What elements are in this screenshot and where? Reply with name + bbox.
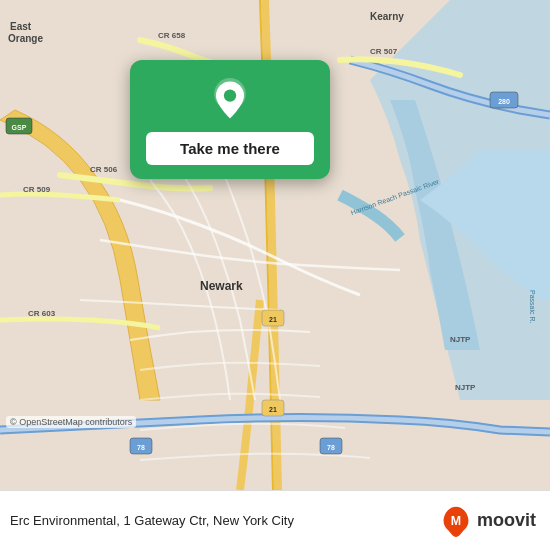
popup-card: Take me there [130, 60, 330, 179]
svg-text:78: 78 [137, 444, 145, 451]
svg-text:21: 21 [269, 406, 277, 413]
svg-text:CR 509: CR 509 [23, 185, 51, 194]
svg-text:78: 78 [327, 444, 335, 451]
svg-text:21: 21 [269, 316, 277, 323]
svg-text:CR 603: CR 603 [28, 309, 56, 318]
moovit-logo-icon: M [440, 505, 472, 537]
svg-text:NJTP: NJTP [455, 383, 476, 392]
svg-text:Orange: Orange [8, 33, 43, 44]
svg-text:NJTP: NJTP [450, 335, 471, 344]
map-container: 21 21 21 78 78 280 GSP CR 658 CR 506 CR … [0, 0, 550, 490]
moovit-label: moovit [477, 510, 536, 531]
svg-text:East: East [10, 21, 32, 32]
location-label: Erc Environmental, 1 Gateway Ctr, New Yo… [10, 513, 440, 528]
svg-text:CR 658: CR 658 [158, 31, 186, 40]
svg-text:Passaic R.: Passaic R. [529, 290, 536, 324]
svg-text:Kearny: Kearny [370, 11, 404, 22]
osm-attribution: © OpenStreetMap contributors [6, 416, 136, 428]
svg-text:Newark: Newark [200, 279, 243, 293]
svg-text:M: M [451, 514, 461, 528]
svg-point-30 [224, 89, 236, 101]
moovit-logo: M moovit [440, 505, 536, 537]
take-me-there-button[interactable]: Take me there [146, 132, 314, 165]
svg-text:280: 280 [498, 98, 510, 105]
svg-text:GSP: GSP [12, 124, 27, 131]
svg-text:CR 507: CR 507 [370, 47, 398, 56]
location-pin-icon [208, 78, 252, 122]
bottom-bar: Erc Environmental, 1 Gateway Ctr, New Yo… [0, 490, 550, 550]
svg-text:CR 506: CR 506 [90, 165, 118, 174]
